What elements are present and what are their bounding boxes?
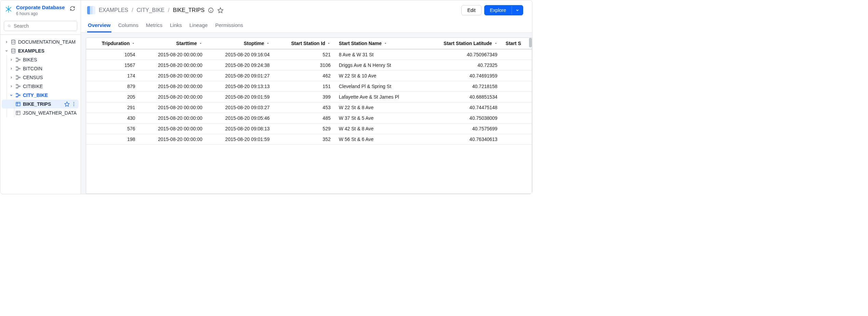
svg-rect-8 <box>16 70 17 71</box>
tree-item-bike-trips[interactable]: BIKE_TRIPS <box>2 100 79 109</box>
cell-start-station-latitude: 40.76340613 <box>422 134 502 145</box>
cell-tripduration: 174 <box>86 71 139 81</box>
database-icon <box>11 48 16 54</box>
table-row[interactable]: 5762015-08-20 00:00:002015-08-20 09:08:1… <box>86 124 532 134</box>
sort-icon <box>494 42 498 45</box>
explore-button-group: Explore <box>484 5 523 15</box>
table-row[interactable]: 2912015-08-20 00:00:002015-08-20 09:03:2… <box>86 102 532 113</box>
tree-item-json-weather-data[interactable]: JSON_WEATHER_DATA <box>2 109 79 117</box>
edit-button[interactable]: Edit <box>461 5 481 15</box>
column-header-tripduration[interactable]: Tripduration <box>86 38 139 49</box>
table-row[interactable]: 2052015-08-20 00:00:002015-08-20 09:01:5… <box>86 92 532 102</box>
table-row[interactable]: 1742015-08-20 00:00:002015-08-20 09:01:2… <box>86 71 532 81</box>
cell-start-station-name: Cleveland Pl & Spring St <box>335 81 422 92</box>
svg-rect-4 <box>16 58 17 59</box>
tab-metrics[interactable]: Metrics <box>145 20 163 32</box>
tab-lineage[interactable]: Lineage <box>189 20 208 32</box>
chevron-right-icon <box>9 75 13 80</box>
cell-tripduration: 879 <box>86 81 139 92</box>
column-header-stoptime[interactable]: Stoptime <box>206 38 274 49</box>
column-header-partial[interactable]: Start S <box>502 38 532 49</box>
database-title[interactable]: Corporate Database <box>16 4 65 11</box>
breadcrumb-schema[interactable]: CITY_BIKE <box>137 7 165 13</box>
svg-point-0 <box>8 9 9 10</box>
column-header-label: Start Station Latitude <box>444 41 492 46</box>
explore-button[interactable]: Explore <box>485 5 512 15</box>
cell-start-station-name: W 37 St & 5 Ave <box>335 113 422 124</box>
tree-item-citibike[interactable]: CITIBIKE <box>2 82 79 91</box>
tree-item-bitcoin[interactable]: BITCOIN <box>2 64 79 73</box>
search-input[interactable] <box>14 23 73 29</box>
tree-label: BIKE_TRIPS <box>23 101 62 107</box>
chevron-right-icon <box>9 67 13 71</box>
cell-stoptime: 2015-08-20 09:24:38 <box>206 60 274 71</box>
favorite-button[interactable] <box>217 7 223 13</box>
cell-tripduration: 576 <box>86 124 139 134</box>
cell-tripduration: 205 <box>86 92 139 102</box>
svg-rect-10 <box>16 75 17 76</box>
cell-stoptime: 2015-08-20 09:01:59 <box>206 92 274 102</box>
tab-links[interactable]: Links <box>169 20 182 32</box>
tree-item-bikes[interactable]: BIKES <box>2 55 79 64</box>
cell-partial <box>502 71 532 81</box>
svg-rect-23 <box>16 111 20 115</box>
tree-item-examples[interactable]: EXAMPLES <box>2 46 79 55</box>
breadcrumb-root[interactable]: EXAMPLES <box>99 7 128 13</box>
tab-columns[interactable]: Columns <box>118 20 139 32</box>
column-header-label: Tripduration <box>102 41 130 46</box>
vertical-scrollbar[interactable] <box>529 38 532 47</box>
search-icon <box>8 24 11 28</box>
sidebar: Corporate Database 6 hours ago <box>0 0 81 194</box>
cell-tripduration: 430 <box>86 113 139 124</box>
column-header-start-station-latitude[interactable]: Start Station Latitude <box>422 38 502 49</box>
table-icon <box>15 110 21 116</box>
table-row[interactable]: 15672015-08-20 00:00:002015-08-20 09:24:… <box>86 60 532 71</box>
column-header-start-station-name[interactable]: Start Station Name <box>335 38 422 49</box>
topbar: EXAMPLES / CITY_BIKE / BIKE_TRIPS Edit E… <box>81 0 532 19</box>
tab-permissions[interactable]: Permissions <box>215 20 244 32</box>
database-icon <box>11 39 16 45</box>
cell-start-station-id: 485 <box>274 113 335 124</box>
object-tree: DOCUMENTATION_TEAM EXAMPLES BIKES <box>0 34 81 194</box>
tree-item-city-bike[interactable]: CITY_BIKE <box>2 91 79 100</box>
cell-starttime: 2015-08-20 00:00:00 <box>139 81 206 92</box>
cell-tripduration: 1567 <box>86 60 139 71</box>
data-scroll-container[interactable]: Tripduration Starttime Stoptime Start St… <box>86 38 532 193</box>
breadcrumb-current: BIKE_TRIPS <box>173 7 204 13</box>
chevron-right-icon <box>9 84 13 88</box>
column-header-start-station-id[interactable]: Start Station Id <box>274 38 335 49</box>
cell-stoptime: 2015-08-20 09:05:46 <box>206 113 274 124</box>
star-icon[interactable] <box>64 101 70 107</box>
cell-tripduration: 1054 <box>86 49 139 60</box>
cell-tripduration: 198 <box>86 134 139 145</box>
cell-partial <box>502 60 532 71</box>
tree-label: CITY_BIKE <box>23 92 77 98</box>
svg-rect-11 <box>16 78 17 80</box>
svg-rect-14 <box>16 87 17 88</box>
svg-rect-15 <box>19 86 20 87</box>
cell-stoptime: 2015-08-20 09:01:59 <box>206 134 274 145</box>
tab-overview[interactable]: Overview <box>87 20 111 32</box>
search-input-wrapper[interactable] <box>4 21 77 31</box>
table-row[interactable]: 10542015-08-20 00:00:002015-08-20 09:16:… <box>86 49 532 60</box>
column-header-label: Start S <box>506 41 521 46</box>
table-row[interactable]: 1982015-08-20 00:00:002015-08-20 09:01:5… <box>86 134 532 145</box>
tree-item-census[interactable]: CENSUS <box>2 73 79 82</box>
chevron-right-icon <box>4 40 9 44</box>
svg-point-1 <box>8 25 10 27</box>
table-row[interactable]: 4302015-08-20 00:00:002015-08-20 09:05:4… <box>86 113 532 124</box>
table-row[interactable]: 8792015-08-20 00:00:002015-08-20 09:13:1… <box>86 81 532 92</box>
tree-label: CENSUS <box>23 75 77 80</box>
info-icon[interactable] <box>208 7 214 13</box>
table-badge-icon <box>87 6 95 14</box>
tree-item-documentation-team[interactable]: DOCUMENTATION_TEAM <box>2 38 79 46</box>
explore-dropdown-button[interactable] <box>512 6 523 14</box>
svg-rect-16 <box>16 93 17 94</box>
column-header-starttime[interactable]: Starttime <box>139 38 206 49</box>
refresh-button[interactable] <box>68 4 77 13</box>
sort-icon <box>384 42 387 45</box>
cell-start-station-name: W 22 St & 10 Ave <box>335 71 422 81</box>
svg-point-20 <box>73 102 74 103</box>
more-icon[interactable] <box>71 101 77 107</box>
cell-start-station-id: 462 <box>274 71 335 81</box>
